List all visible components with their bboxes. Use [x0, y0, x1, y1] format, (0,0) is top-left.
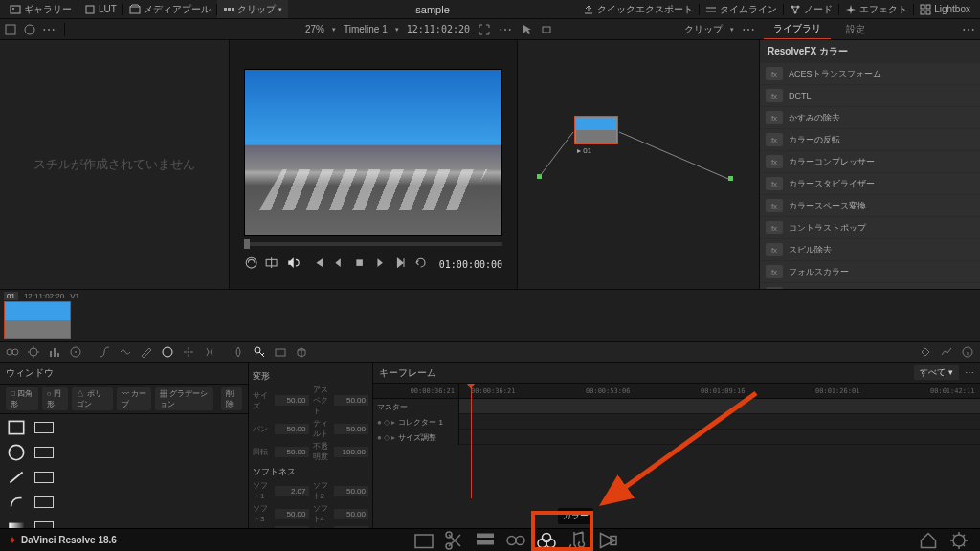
effects-btn[interactable]: エフェクト — [839, 0, 913, 18]
blur-icon[interactable] — [232, 345, 245, 359]
tf-v2[interactable]: 50.00 — [334, 395, 368, 406]
next-frame-icon[interactable] — [392, 255, 407, 272]
mediapool-btn[interactable]: メディアプール — [123, 0, 216, 18]
shape-poly-btn[interactable]: △ ポリゴン — [72, 387, 112, 410]
clips-btn[interactable]: クリップ▾ — [217, 0, 288, 18]
fx-tab-settings[interactable]: 設定 — [836, 19, 875, 39]
fx-item[interactable]: fxコントラストポップ — [760, 217, 980, 238]
stop-icon[interactable] — [352, 255, 367, 272]
fx-item[interactable]: fxカラースタビライザー — [760, 173, 980, 194]
tf-v2[interactable]: 50.00 — [334, 424, 368, 434]
picker-icon[interactable] — [4, 23, 17, 36]
kf-track-1[interactable]: ● ◇ ▸コレクター 1 — [373, 414, 458, 430]
prev-frame-icon[interactable] — [331, 255, 345, 272]
node-menu[interactable]: ⋯ — [742, 22, 756, 37]
tf-v2[interactable]: 50.00 — [334, 509, 368, 519]
tf-v1[interactable]: 50.00 — [275, 447, 309, 457]
viewer-image[interactable] — [244, 69, 502, 236]
hdr-icon[interactable] — [27, 345, 40, 359]
kf-track-2[interactable]: ● ◇ ▸サイズ調整 — [373, 430, 458, 445]
kf-lane-master[interactable] — [459, 399, 980, 414]
kf-master[interactable]: マスター — [373, 399, 458, 414]
zoom-value[interactable]: 27% — [305, 24, 324, 34]
fx-item[interactable]: fxかすみの除去 — [760, 107, 980, 128]
viewer-menu[interactable]: ⋯ — [499, 22, 513, 37]
first-frame-icon[interactable] — [311, 255, 325, 272]
lightbox-btn[interactable]: Lightbox — [914, 0, 976, 18]
scrub-bar[interactable] — [244, 242, 502, 246]
keyframe-menu[interactable]: ⋯ — [965, 367, 974, 378]
highlight-icon[interactable] — [23, 23, 36, 36]
tf-v1[interactable]: 50.00 — [275, 424, 309, 434]
qualifier-icon[interactable] — [140, 345, 153, 359]
fusion-page-icon[interactable] — [502, 529, 529, 552]
shape-curve-btn[interactable]: 〰 カーブ — [117, 387, 151, 410]
home-icon[interactable] — [915, 529, 942, 552]
delete-btn[interactable]: 削除 — [221, 387, 242, 410]
rgb-mixer-icon[interactable] — [48, 345, 61, 359]
keyframe-all-dd[interactable]: すべて ▾ — [914, 365, 959, 380]
shape-circle-btn[interactable]: ○ 円形 — [42, 387, 69, 410]
timeline-name[interactable]: Timeline 1 — [344, 24, 388, 34]
tf-v1[interactable]: 2.07 — [275, 486, 309, 496]
tf-v2[interactable]: 50.00 — [334, 486, 368, 496]
tf-v1[interactable]: 50.00 — [275, 509, 309, 519]
curves-icon[interactable] — [98, 345, 111, 359]
fx-item[interactable]: fxカラースペース変換 — [760, 195, 980, 216]
viewer-options-menu[interactable]: ⋯ — [42, 22, 56, 37]
nodes-btn[interactable]: ノード — [784, 0, 838, 18]
3d-icon[interactable] — [295, 345, 308, 359]
fx-item[interactable]: fxACESトランスフォーム — [760, 63, 980, 84]
fx-tab-library[interactable]: ライブラリ — [764, 19, 831, 39]
timeline-btn[interactable]: タイムライン — [700, 0, 783, 18]
project-settings-icon[interactable] — [946, 529, 972, 552]
keyframe-toggle-icon[interactable] — [919, 345, 932, 359]
shape-rect[interactable] — [6, 418, 27, 437]
fx-item[interactable]: fxDCTL — [760, 85, 980, 106]
clip-dropdown[interactable]: クリップ — [684, 23, 723, 36]
node-graph[interactable]: ▸ 01 — [517, 40, 760, 289]
fx-item[interactable]: fxスピル除去 — [760, 239, 980, 260]
shape-rect-btn[interactable]: □ 四角形 — [6, 387, 38, 410]
motion-icon[interactable] — [69, 345, 82, 359]
fx-item[interactable]: fxカラーコンプレッサー — [760, 151, 980, 172]
cut-page-icon[interactable] — [441, 529, 468, 552]
audio-icon[interactable] — [285, 255, 300, 272]
tf-v1[interactable]: 50.00 — [275, 395, 309, 406]
fx-menu[interactable]: ⋯ — [962, 22, 976, 37]
scopes-icon[interactable] — [940, 345, 953, 359]
shape-grad-btn[interactable]: ▦ グラデーション — [155, 387, 213, 410]
shape-pen[interactable] — [6, 493, 27, 512]
deliver-page-icon[interactable] — [594, 529, 621, 552]
tf-v2[interactable]: 100.00 — [334, 447, 368, 457]
node-add-icon[interactable] — [540, 23, 553, 36]
shape-circle[interactable] — [6, 443, 27, 462]
loop-icon[interactable] — [413, 255, 428, 272]
sizing-icon[interactable] — [274, 345, 287, 359]
key-icon[interactable] — [253, 345, 266, 359]
quickexport-btn[interactable]: クイックエクスポート — [577, 0, 699, 18]
fx-item[interactable]: fxフォルスカラー — [760, 261, 980, 282]
kf-lane-2[interactable] — [459, 430, 980, 445]
edit-page-icon[interactable] — [472, 529, 499, 552]
color-page-icon[interactable] — [533, 529, 560, 552]
node-01[interactable] — [575, 117, 617, 143]
media-page-icon[interactable] — [411, 529, 437, 552]
expand-icon[interactable] — [478, 23, 491, 36]
shape-line[interactable] — [6, 468, 27, 487]
lut-btn[interactable]: LUT — [78, 0, 122, 18]
play-icon[interactable] — [372, 255, 387, 272]
kf-ruler[interactable]: 00:00:36:2100:00:53:0600:01:09:1600:01:2… — [459, 384, 980, 399]
cursor-icon[interactable] — [521, 23, 534, 36]
bypass-icon[interactable] — [244, 255, 258, 272]
magic-mask-icon[interactable] — [203, 345, 216, 359]
fairlight-page-icon[interactable] — [564, 529, 590, 552]
warper-icon[interactable] — [119, 345, 132, 359]
primaries-icon[interactable] — [6, 345, 19, 359]
info-icon[interactable] — [961, 345, 974, 359]
kf-lane-1[interactable] — [459, 414, 980, 430]
playhead[interactable] — [471, 384, 472, 498]
fx-item[interactable]: fxフリッカーの追加 — [760, 283, 980, 289]
gallery-btn[interactable]: ギャラリー — [4, 0, 78, 18]
window-icon[interactable] — [161, 345, 174, 359]
